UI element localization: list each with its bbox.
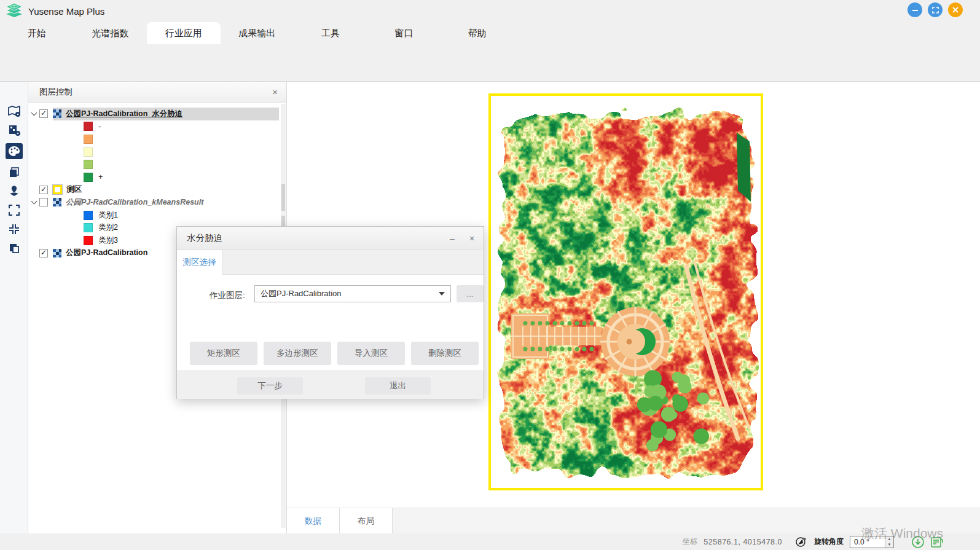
legend-swatch-item[interactable]: 类别1 [28,209,286,222]
layer-tree-item[interactable]: 公园PJ-RadCalibration_水分胁迫 [28,108,286,120]
menu-tab-6[interactable]: 帮助 [441,22,514,44]
legend-color-swatch [84,211,93,220]
region-button-1[interactable]: 多边形测区 [264,342,331,365]
layer-panel-header: 图层控制 × [28,82,286,103]
collapse-extent-icon[interactable] [6,223,23,235]
ribbon-toolbar: 行业模块: 基础应用 水分胁迫叶面积指数 [0,44,980,82]
legend-swatch-item[interactable] [28,133,286,146]
ndvi-raster-canvas [491,96,761,488]
dialog-close-icon[interactable]: × [461,234,482,243]
full-extent-icon[interactable] [6,204,23,216]
add-raster-layer-icon[interactable] [6,124,23,136]
work-layer-label: 作业图层: [210,290,245,301]
next-step-button[interactable]: 下一步 [237,377,303,395]
legend-color-swatch [84,173,93,182]
duplicate-view-icon[interactable] [6,242,23,254]
dialog-footer: 下一步 退出 [177,371,484,399]
legend-swatch-item[interactable]: + [28,171,286,184]
tool-icon-strip [0,82,28,533]
expander-chevron-icon[interactable] [28,201,39,203]
view-tab-1[interactable]: 布局 [340,508,393,534]
region-button-3[interactable]: 删除测区 [411,342,479,365]
raster-layer-icon [53,109,61,118]
legend-color-swatch [84,160,93,169]
survey-region-rectangle[interactable] [488,93,763,490]
tab-strip-filler [393,508,980,533]
view-tab-0[interactable]: 数据 [287,508,340,534]
legend-label: 类别2 [98,222,118,233]
vector-layer-swatch-icon [53,185,62,194]
layer-visibility-checkbox[interactable] [39,249,48,257]
legend-color-swatch [84,147,93,157]
layer-row-main[interactable]: 测区 [53,184,279,197]
layer-row-main[interactable]: 公园PJ-RadCalibration_kMeansResult [53,196,279,209]
symbology-palette-icon[interactable] [6,143,23,159]
region-button-2[interactable]: 导入测区 [337,342,405,365]
chevron-down-icon [439,292,445,296]
layer-label: 公园PJ-RadCalibration [66,248,147,258]
dialog-tab-strip: 测区选择 [177,250,484,275]
locate-pin-icon[interactable] [6,185,23,197]
layer-visibility-checkbox[interactable] [39,198,48,206]
manual-book-icon[interactable] [930,535,944,549]
raster-layer-icon [53,198,61,206]
legend-label: - [98,122,101,131]
compass-rotate-icon [794,536,807,548]
menu-bar: 开始光谱指数行业应用成果输出工具窗口帮助 [0,22,980,44]
expander-chevron-icon[interactable] [28,112,39,115]
layer-panel-title: 图层控制 [39,87,73,98]
legend-swatch-item[interactable] [28,158,286,171]
layer-label: 测区 [66,184,82,195]
menu-tab-1[interactable]: 光谱指数 [74,22,147,44]
layer-tree-item[interactable]: 测区 [28,184,286,197]
dialog-body: 作业图层: 公园PJ-RadCalibration ... 矩形测区多边形测区导… [177,275,484,371]
dialog-title-bar[interactable]: 水分胁迫 – × [177,227,484,250]
menu-tab-2[interactable]: 行业应用 [147,22,221,44]
coordinate-label: 坐标 [682,536,697,547]
layer-row-main[interactable]: 公园PJ-RadCalibration_水分胁迫 [53,108,279,120]
layer-label: 公园PJ-RadCalibration_水分胁迫 [66,109,182,119]
layer-visibility-checkbox[interactable] [39,109,48,118]
spinner-buttons[interactable]: ▲▼ [885,536,893,548]
download-circle-icon[interactable] [911,535,925,549]
minimize-button[interactable] [907,2,922,17]
rotation-label: 旋转角度 [814,536,844,547]
menu-tab-0[interactable]: 开始 [0,22,74,44]
legend-color-swatch [84,135,93,144]
rotation-spinner[interactable]: 0.0 ° ▲▼ [850,536,894,548]
layer-label: 公园PJ-RadCalibration_kMeansResult [66,197,203,208]
work-layer-dropdown[interactable]: 公园PJ-RadCalibration [254,285,451,302]
menu-tab-3[interactable]: 成果输出 [221,22,294,44]
coordinate-value: 525876.1, 4015478.0 [704,538,782,546]
menu-tab-4[interactable]: 工具 [294,22,367,44]
dialog-minimize-icon[interactable]: – [443,234,461,243]
menu-tab-5[interactable]: 窗口 [367,22,441,44]
app-logo-icon [5,2,23,20]
tab-region-selection[interactable]: 测区选择 [177,250,222,275]
layers-stack-icon[interactable] [6,166,23,178]
maximize-button[interactable] [928,2,943,17]
legend-color-swatch [84,122,93,131]
layer-tree-item[interactable]: 公园PJ-RadCalibration_kMeansResult [28,196,286,209]
work-layer-value: 公园PJ-RadCalibration [255,288,439,299]
legend-color-swatch [84,223,93,232]
application-window: Yusense Map Plus 开始光谱指数行业应用成果输出工具窗口帮助 行业… [0,0,980,550]
add-vector-layer-icon[interactable] [6,105,23,117]
browse-button[interactable]: ... [457,285,484,302]
legend-label: 类别1 [98,210,118,221]
layer-panel-close-icon[interactable]: × [272,87,278,97]
raster-layer-icon [53,249,61,257]
title-bar: Yusense Map Plus [0,0,980,22]
water-stress-dialog: 水分胁迫 – × 测区选择 作业图层: 公园PJ-RadCalibration … [176,226,484,399]
exit-button[interactable]: 退出 [365,377,431,395]
status-bar: 坐标 525876.1, 4015478.0 旋转角度 0.0 ° ▲▼ [0,533,980,550]
legend-label: 类别3 [98,235,118,246]
layer-visibility-checkbox[interactable] [39,186,48,194]
rotation-value: 0.0 ° [850,538,885,546]
region-button-0[interactable]: 矩形测区 [190,342,257,365]
dialog-title: 水分胁迫 [187,232,222,244]
legend-label: + [98,173,103,181]
legend-swatch-item[interactable] [28,146,286,159]
legend-swatch-item[interactable]: - [28,120,286,133]
close-button[interactable] [948,2,963,17]
